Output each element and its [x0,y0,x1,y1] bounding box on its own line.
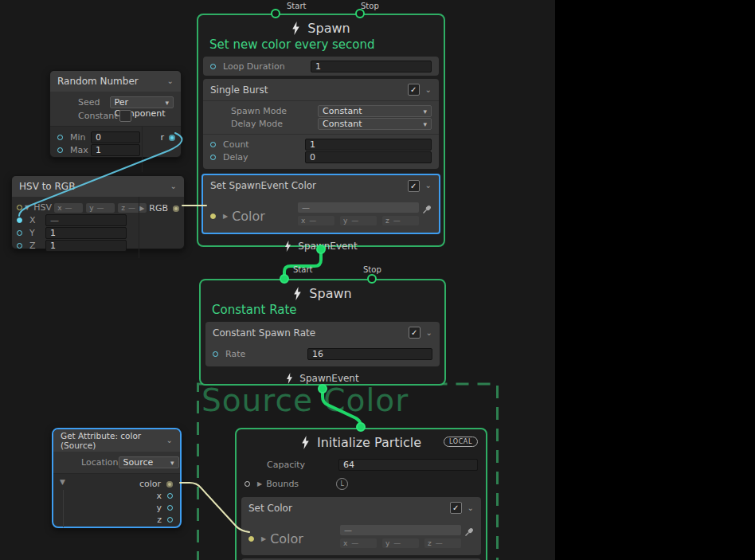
node-spawn-1[interactable]: Spawn Set new color every second Loop Du… [197,14,445,247]
get-attribute-header[interactable]: Get Attribute: color (Source) ⌄ [53,429,180,452]
expand-triangle-icon[interactable]: ▶ [261,535,266,542]
block-single-burst[interactable]: Single Burst ✓ ⌄ Spawn Mode Constant ▾ D… [203,79,439,169]
location-dropdown[interactable]: Source ▾ [119,456,179,468]
count-label: Count [223,139,305,150]
block-chevron-icon[interactable]: ⌄ [425,182,432,190]
expand-triangle-icon[interactable]: ▼ [25,204,29,211]
constant-checkbox[interactable] [119,110,131,122]
node-hsv-to-rgb[interactable]: HSV to RGB ⌄ ▼ HSV x— y— z— X — Y 1 [11,175,185,249]
x-port[interactable] [17,217,22,223]
node-spawn-2[interactable]: Spawn Constant Rate Constant Spawn Rate … [199,279,446,386]
color-value-field[interactable]: — [298,202,419,213]
y-field[interactable]: 1 [45,227,127,239]
spawn2-start-port[interactable] [280,274,289,284]
z-field[interactable]: 1 [45,240,127,252]
spawn2-stop-port[interactable] [367,274,377,284]
block-constant-spawn-rate[interactable]: Constant Spawn Rate ✓ ⌄ Rate 16 [205,322,440,366]
block-chevron-icon[interactable]: ⌄ [425,86,432,94]
block-set-spawnevent-color[interactable]: Set SpawnEvent Color ✓ ⌄ ▶ Color — [201,174,440,234]
capacity-field[interactable]: 64 [338,459,478,471]
block-enabled-checkbox[interactable]: ✓ [408,180,420,192]
bounds-port[interactable] [244,481,250,487]
capacity-row: Capacity 64 [244,456,478,473]
node-random-number[interactable]: Random Number ⌄ Seed Per Component ▾ Con… [49,70,182,158]
spawn2-output-port[interactable] [318,384,327,394]
block-chevron-icon[interactable]: ⌄ [467,504,474,512]
r-output-port[interactable] [169,135,175,141]
rate-field[interactable]: 16 [307,348,432,360]
seed-dropdown[interactable]: Per Component ▾ [110,96,174,108]
delay-port[interactable] [210,155,216,160]
spawn1-start-label: Start [287,2,306,10]
bounds-mode-icon[interactable]: L [336,478,348,490]
collapse-chevron-icon[interactable]: ⌄ [166,437,173,444]
spawn1-start-port[interactable] [271,9,280,18]
z-output-label: z [157,515,162,525]
eyedropper-icon[interactable] [422,202,432,217]
hsv-header[interactable]: HSV to RGB ⌄ [12,176,184,197]
x-output-row: x [53,490,173,502]
min-field[interactable]: 0 [91,131,140,143]
color-port[interactable] [248,536,254,542]
max-field[interactable]: 1 [91,144,140,156]
block-enabled-checkbox[interactable]: ✓ [409,327,421,339]
hsv-port[interactable] [17,205,22,210]
spawn-mode-dropdown[interactable]: Constant ▾ [318,105,432,117]
group-title[interactable]: Source Color [201,382,409,418]
spawn1-output-port[interactable] [316,245,326,254]
block-enabled-checkbox[interactable]: ✓ [450,502,462,514]
local-badge[interactable]: LOCAL [444,437,478,447]
random-number-header[interactable]: Random Number ⌄ [50,71,181,92]
x-label: X [29,215,45,225]
spawn1-stop-port[interactable] [355,9,365,18]
rate-port[interactable] [213,351,218,357]
lightning-icon [291,22,300,35]
max-port[interactable] [57,147,63,153]
context-subtitle[interactable]: Set new color every second [198,37,444,53]
collapse-triangle-icon[interactable]: ▶ [139,205,144,212]
node-title: HSV to RGB [19,181,75,192]
x-field[interactable]: — [45,214,127,226]
eyedropper-icon[interactable] [464,525,474,540]
initialize-input-port[interactable] [356,422,366,432]
block-title: Constant Spawn Rate [213,327,315,339]
node-title: Random Number [57,76,139,87]
min-port[interactable] [57,135,63,140]
rgb-output-port[interactable] [173,206,179,212]
y-output-port[interactable] [167,505,173,511]
lightning-icon [301,436,310,449]
color-output-port[interactable] [166,481,173,488]
hsv-z-row: Z 1 [17,240,179,252]
block-title: Single Burst [210,84,268,96]
spawn-mode-row: Spawn Mode Constant ▾ [210,105,432,117]
y-port[interactable] [17,230,22,236]
block-loop-duration[interactable]: Loop Duration 1 [203,57,439,76]
count-field[interactable]: 1 [305,139,432,151]
block-set-color[interactable]: Set Color ✓ ⌄ ▶ Color — x— [241,497,481,555]
context-subtitle[interactable]: Constant Rate [201,302,444,319]
color-port[interactable] [210,213,216,219]
loop-duration-field[interactable]: 1 [311,61,432,72]
x-output-port[interactable] [167,493,173,499]
collapse-chevron-icon[interactable]: ⌄ [167,77,174,85]
expand-triangle-icon[interactable]: ▶ [257,480,262,488]
loop-duration-port[interactable] [210,64,216,69]
z-output-port[interactable] [167,517,173,523]
node-get-attribute-color[interactable]: Get Attribute: color (Source) ⌄ Location… [52,428,182,528]
expand-triangle-icon[interactable]: ▶ [223,213,228,220]
node-initialize-particle[interactable]: Initialize Particle LOCAL Capacity 64 ▶ … [235,428,487,560]
delay-field[interactable]: 0 [305,151,432,163]
expand-triangle-icon[interactable]: ▼ [60,478,65,486]
hsv-x-subfield: x— [54,203,83,213]
rgb-output-row: ▶ RGB [139,203,179,213]
z-port[interactable] [17,243,22,249]
delay-row: Delay 0 [210,151,432,163]
vfx-graph-canvas[interactable]: Source Color Random Number ⌄ Seed Per Co… [0,0,755,560]
block-enabled-checkbox[interactable]: ✓ [408,84,420,96]
block-chevron-icon[interactable]: ⌄ [426,329,432,337]
collapse-chevron-icon[interactable]: ⌄ [170,182,177,190]
color-value-field[interactable]: — [340,525,461,535]
delay-mode-dropdown[interactable]: Constant ▾ [318,118,432,130]
count-port[interactable] [210,142,216,147]
spawnevent-footer: SpawnEvent [201,372,444,385]
